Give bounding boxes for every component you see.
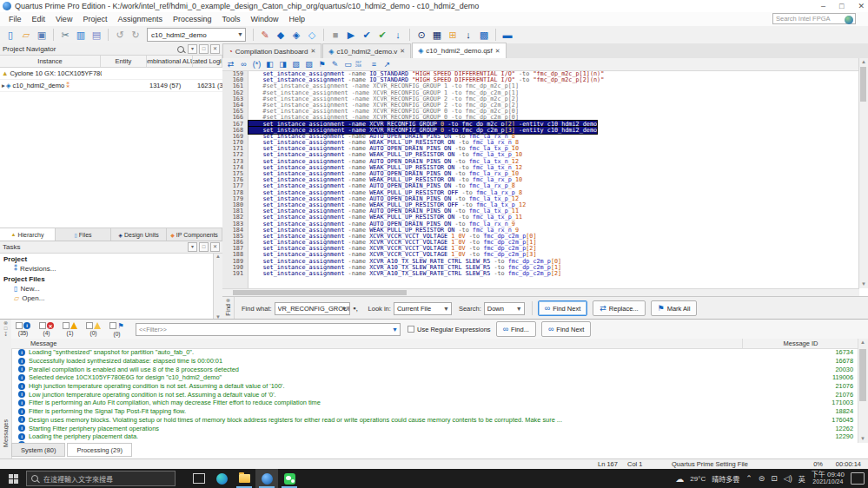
export-icon[interactable]: ↓ — [391, 28, 405, 42]
close-icon[interactable]: ✕ — [210, 242, 220, 252]
chip-planner-icon[interactable]: ▩ — [477, 28, 491, 42]
messages-find-button[interactable]: ∞ Find... — [496, 321, 536, 337]
messages-tab-processing-29-[interactable]: Processing (29) — [67, 443, 132, 457]
save-icon[interactable]: ▣ — [35, 28, 49, 42]
navigator-tab-files[interactable]: ▯Files — [56, 228, 111, 241]
warning-filter[interactable]: (0) — [82, 322, 105, 337]
message-row[interactable]: i Fitter is performing an Auto Fit compi… — [11, 399, 858, 407]
message-row[interactable]: i Parallel compilation is enabled and wi… — [11, 365, 858, 373]
message-row[interactable]: i Successfully loaded synthesized databa… — [11, 357, 858, 366]
message-row[interactable]: i High junction temperature operating co… — [11, 382, 858, 391]
ipcatalog-pencil-icon[interactable]: ✎ — [258, 28, 272, 42]
ime-indicator[interactable]: 英 — [798, 474, 805, 484]
message-row[interactable]: i Starting Fitter periphery placement op… — [11, 424, 858, 432]
tasks-item[interactable]: ▱Open... — [0, 293, 214, 303]
undo-icon[interactable]: ↺ — [113, 28, 127, 42]
menu-window[interactable]: Window — [245, 14, 283, 24]
flag-filter-checkbox[interactable] — [109, 322, 116, 329]
col-dedicated-logic[interactable]: icated Logic — [193, 56, 222, 67]
maximize-button[interactable]: □ — [839, 2, 844, 10]
programmer-icon[interactable]: ⊞ — [446, 28, 460, 42]
message-row[interactable]: i Low junction temperature operating con… — [11, 390, 858, 399]
pin-icon[interactable]: ▾ — [188, 44, 197, 54]
messages-tab-system-80-[interactable]: System (80) — [11, 443, 65, 457]
menu-tools[interactable]: Tools — [216, 14, 245, 24]
critical-warning-filter-checkbox[interactable] — [63, 322, 70, 329]
code-line[interactable]: 191 set_instance_assignment -name XCVR_A… — [222, 271, 859, 277]
assignment-editor-icon[interactable]: ↓ — [461, 28, 475, 42]
editor-tab-c10-hdmi2-demo-v[interactable]: ◈ c10_hdmi2_demo.v✕ — [322, 43, 411, 58]
search-direction-combo[interactable]: Down ▼ — [484, 302, 525, 315]
line-wrap-icon[interactable]: ≡ — [368, 59, 380, 69]
open-scope-icon[interactable]: ▭ — [342, 59, 354, 69]
taskbar-file-explorer[interactable] — [233, 469, 255, 488]
search-icon[interactable] — [177, 46, 184, 53]
find-next-button[interactable]: ∞ Find Next — [538, 300, 588, 316]
code-editor[interactable]: 159 set_instance_assignment -name IO_STA… — [222, 71, 859, 288]
start-compilation-icon[interactable]: ▶ — [344, 28, 358, 42]
info-filter-checkbox[interactable] — [16, 322, 23, 329]
comment-icon[interactable]: ▧ — [290, 59, 301, 69]
taskbar-edge[interactable] — [210, 469, 233, 488]
stop-icon[interactable]: ■ — [328, 28, 342, 42]
goto-icon[interactable]: ↗ — [381, 59, 393, 69]
editor-tab-compilation-dashboard[interactable]: ◔ Compilation Dashboard✕ — [222, 43, 321, 58]
timing-check-icon[interactable]: ✔ — [360, 28, 374, 42]
close-icon[interactable]: ✕ — [310, 48, 315, 55]
action-center-icon[interactable] — [851, 472, 865, 485]
menu-project[interactable]: Project — [77, 14, 112, 24]
start-button[interactable] — [0, 469, 26, 488]
col-combinational-aluts[interactable]: ombinational ALU — [147, 56, 193, 67]
message-row[interactable]: i Selected device 10CX105YF780E6G for de… — [11, 373, 858, 382]
menu-file[interactable]: File — [3, 14, 27, 24]
message-row[interactable]: i Fitter is performing the Signal Tap Po… — [11, 407, 858, 416]
network-icon[interactable]: ⊡ — [771, 474, 778, 483]
weather-temp[interactable]: 29°C — [690, 475, 706, 483]
col-message-id[interactable]: Message ID — [742, 339, 858, 348]
navigator-tab-ip-components[interactable]: ◆IP Components — [167, 228, 222, 241]
close-icon[interactable]: ⊗ — [3, 320, 8, 326]
close-icon[interactable]: ✕ — [400, 48, 405, 55]
message-row[interactable]: i Design uses memory blocks. Violating s… — [11, 416, 858, 425]
menu-assignments[interactable]: Assignments — [112, 14, 168, 24]
flag-filter[interactable]: ⚑ (0) — [105, 322, 129, 337]
uncomment-icon[interactable]: ▨ — [303, 59, 315, 69]
taskbar-search-input[interactable]: 在這裡輸入文字來搜尋 — [26, 471, 176, 486]
pin-icon[interactable]: ▾ — [188, 242, 197, 252]
tasks-item[interactable]: ⁑Revisions... — [0, 264, 214, 274]
paste-icon[interactable]: ▤ — [89, 28, 103, 42]
taskbar-clock[interactable]: 下午 09:40 2021/10/24 — [812, 472, 845, 485]
find-what-combo[interactable]: VR_RECONFIG_GROUP ▼ — [275, 302, 350, 315]
replace-icon[interactable]: ⇄ — [225, 59, 236, 69]
insert-template-icon[interactable]: ✎ — [329, 59, 341, 69]
navigator-tab-hierarchy[interactable]: ▲Hierarchy — [0, 228, 56, 241]
messages-find-next-button[interactable]: ∞ Find Next — [541, 321, 592, 337]
use-regex-checkbox[interactable] — [407, 326, 414, 333]
redo-icon[interactable]: ↻ — [129, 28, 142, 42]
col-instance[interactable]: Instance — [0, 56, 101, 67]
menu-processing[interactable]: Processing — [168, 14, 217, 24]
mark-all-button[interactable]: ⚑ Mark All — [651, 300, 698, 316]
unindent-icon[interactable]: ◧ — [264, 59, 275, 69]
message-row[interactable]: i Periphery placement data loaded: elaps… — [11, 441, 858, 443]
onedrive-icon[interactable]: ⊜ — [759, 474, 765, 483]
look-in-combo[interactable]: Current File ▼ — [394, 302, 452, 315]
close-icon[interactable]: ⊗ — [226, 297, 230, 303]
open-project-icon[interactable]: ▱ — [19, 28, 33, 42]
close-button[interactable]: ✕ — [858, 2, 865, 10]
critical-warning-filter[interactable]: (1) — [58, 322, 82, 337]
indent-icon[interactable]: ◨ — [277, 59, 288, 69]
close-icon[interactable]: ✕ — [495, 48, 500, 55]
float-icon[interactable]: □ — [199, 242, 209, 252]
menu-help[interactable]: Help — [284, 14, 311, 24]
copy-icon[interactable]: ▥ — [74, 28, 88, 42]
pin-icon[interactable]: ↧ — [3, 331, 8, 337]
task-view-button[interactable] — [188, 469, 210, 488]
editor-tab-c10-hdmi2-demo-qsf[interactable]: ◈ c10_hdmi2_demo.qsf✕ — [412, 43, 507, 58]
line-number-icon[interactable]: 267 268 — [355, 59, 367, 69]
col-message[interactable]: Message — [11, 340, 742, 347]
new-file-icon[interactable]: ▯ — [3, 28, 17, 42]
project-selector-combo[interactable]: c10_hdmi2_demo▼ — [147, 28, 246, 42]
tasks-scrollbar[interactable]: ▲▼ — [213, 254, 222, 320]
intel-fpga-search-input[interactable]: Search Intel FPGA — [772, 13, 856, 24]
